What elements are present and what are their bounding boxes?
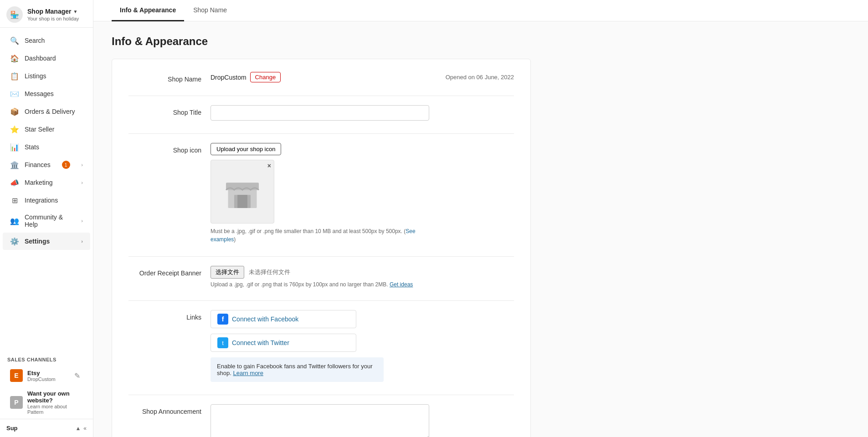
tab-shop-name[interactable]: Shop Name [185,0,235,21]
icon-preview-close-button[interactable]: × [267,162,271,169]
svg-rect-3 [226,183,259,190]
connect-facebook-button[interactable]: f Connect with Facebook [211,310,356,328]
shop-manager-label: Shop Manager [27,8,71,15]
community-arrow-icon: › [81,218,83,224]
shop-manager-avatar: 🏪 [6,6,23,23]
pattern-avatar: P [10,396,23,409]
shop-announcement-field [211,404,514,437]
choose-file-button[interactable]: 选择文件 [211,266,244,279]
page-title: Info & Appearance [112,35,531,48]
sidebar-item-integrations[interactable]: ⊞ Integrations [3,192,90,209]
sup-label: Sup [6,425,18,432]
sidebar-item-label: Messages [25,90,54,97]
sidebar-item-community[interactable]: 👥 Community & Help › [3,209,90,232]
order-receipt-banner-label: Order Receipt Banner [128,266,201,277]
order-receipt-banner-row: Order Receipt Banner 选择文件 未选择任何文件 Upload… [128,266,514,288]
facebook-label: Connect with Facebook [232,315,298,323]
sidebar-nav: 🔍 Search 🏠 Dashboard 📋 Listings ✉️ Messa… [0,28,93,352]
divider-2 [128,133,514,134]
sidebar-item-label: Settings [25,238,50,245]
sidebar-header[interactable]: 🏪 Shop Manager ▼ Your shop is on holiday [0,0,93,28]
sidebar-item-label: Dashboard [25,55,56,62]
shop-name-field: DropCustom Change Opened on 06 June, 202… [211,72,514,82]
svg-rect-4 [237,195,247,208]
content-area: Info & Appearance Shop Name DropCustom C… [93,21,549,437]
shop-name-label: Shop Name [128,72,201,83]
sidebar-item-finances[interactable]: 🏛️ Finances 1 › [3,156,90,173]
finances-badge: 1 [62,161,70,169]
file-row: 选择文件 未选择任何文件 [211,266,514,279]
sidebar-item-star-seller[interactable]: ⭐ Star Seller [3,121,90,138]
shop-icon-row: Shop icon Upload your shop icon × [128,143,514,244]
sidebar-footer: Sup ▲ « [0,419,93,437]
sidebar-item-orders[interactable]: 📦 Orders & Delivery [3,103,90,120]
sidebar-item-label: Listings [25,72,46,80]
change-shop-name-button[interactable]: Change [250,72,281,82]
sidebar-header-text: Shop Manager ▼ Your shop is on holiday [27,8,87,21]
sidebar-item-listings[interactable]: 📋 Listings [3,67,90,85]
sidebar-item-label: Stats [25,143,39,151]
shop-manager-dropdown-icon[interactable]: ▼ [73,9,77,14]
search-icon: 🔍 [10,36,19,45]
listings-icon: 📋 [10,71,19,81]
sidebar-item-dashboard[interactable]: 🏠 Dashboard [3,50,90,67]
sidebar-item-label: Marketing [25,179,52,186]
marketing-icon: 📣 [10,178,19,187]
orders-icon: 📦 [10,107,19,116]
sidebar-item-settings[interactable]: ⚙️ Settings › [3,233,90,250]
form-card: Shop Name DropCustom Change Opened on 06… [112,59,531,437]
shop-name-inner: DropCustom Change Opened on 06 June, 202… [211,72,514,82]
store-preview-icon [222,171,263,212]
divider-5 [128,395,514,395]
connect-twitter-button[interactable]: t Connect with Twitter [211,334,356,352]
shop-name-row: Shop Name DropCustom Change Opened on 06… [128,72,514,83]
shop-name-value: DropCustom [211,74,247,81]
sales-channels-heading: SALES CHANNELS [0,352,93,365]
settings-icon: ⚙️ [10,237,19,246]
home-icon: 🏠 [10,54,19,63]
etsy-edit-icon[interactable]: ✎ [72,371,83,381]
sidebar-item-stats[interactable]: 📊 Stats [3,138,90,156]
link-buttons-row: f Connect with Facebook t Connect with T… [211,310,514,382]
shop-announcement-label: Shop Announcement [128,404,201,415]
marketing-arrow-icon: › [81,180,83,185]
twitter-label: Connect with Twitter [232,339,289,346]
sidebar-item-marketing[interactable]: 📣 Marketing › [3,174,90,191]
sidebar-item-pattern[interactable]: P Want your own website? Learn more abou… [3,386,90,418]
twitter-icon: t [217,337,228,348]
shop-icon-label: Shop icon [128,143,201,154]
sup-expand-icon[interactable]: ▲ [75,425,81,432]
settings-arrow-icon: › [81,239,83,244]
shop-title-field [211,105,514,121]
icon-preview-box: × [211,160,274,224]
shop-announcement-textarea[interactable] [211,404,429,437]
finances-arrow-icon: › [81,162,83,168]
links-label: Links [128,310,201,321]
star-icon: ⭐ [10,125,19,134]
sidebar-item-etsy[interactable]: E Etsy DropCustom ✎ [3,366,90,386]
icon-hint: Must be a .jpg, .gif or .png file smalle… [211,227,429,244]
pattern-name: Want your own website? [27,390,83,404]
shop-title-input[interactable] [211,105,429,121]
sidebar-item-messages[interactable]: ✉️ Messages [3,85,90,102]
shop-manager-subtitle: Your shop is on holiday [27,16,87,21]
sidebar-item-label: Orders & Delivery [25,108,75,115]
main-content: Info & Appearance Shop Name Info & Appea… [93,0,868,437]
etsy-avatar: E [10,369,23,382]
links-field: f Connect with Facebook t Connect with T… [211,310,514,382]
opened-date: Opened on 06 June, 2022 [446,74,514,81]
learn-more-link[interactable]: Learn more [233,370,263,376]
shop-announcement-row: Shop Announcement [128,404,514,437]
shop-manager-title: Shop Manager ▼ [27,8,87,15]
upload-shop-icon-button[interactable]: Upload your shop icon [211,143,281,155]
finances-icon: 🏛️ [10,160,19,169]
sidebar-item-search[interactable]: 🔍 Search [3,32,90,49]
tab-info-appearance[interactable]: Info & Appearance [112,0,184,21]
divider-4 [128,300,514,301]
sidebar-item-label: Search [25,37,45,44]
get-ideas-link[interactable]: Get ideas [390,281,413,288]
sidebar-item-label: Community & Help [25,213,76,228]
pattern-info: Want your own website? Learn more about … [27,390,83,415]
etsy-name: Etsy [27,370,67,376]
sup-collapse-icon[interactable]: « [83,425,87,432]
